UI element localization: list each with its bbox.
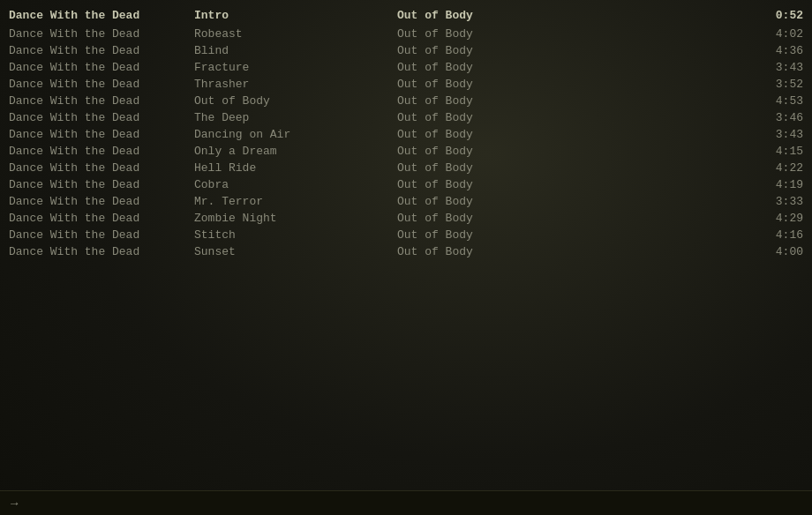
- track-duration: 3:43: [750, 128, 803, 141]
- track-artist: Dance With the Dead: [9, 228, 194, 242]
- track-duration: 4:22: [750, 161, 803, 175]
- track-album: Out of Body: [397, 228, 750, 242]
- track-title: Zombie Night: [194, 212, 397, 225]
- table-row[interactable]: Dance With the Dead Only a Dream Out of …: [0, 143, 812, 160]
- track-duration: 3:33: [750, 195, 803, 208]
- track-artist: Dance With the Dead: [9, 78, 194, 91]
- track-duration: 4:29: [750, 212, 803, 225]
- track-duration: 3:52: [750, 78, 803, 91]
- track-title: Only a Dream: [194, 145, 397, 158]
- track-title: Stitch: [194, 228, 397, 242]
- table-row[interactable]: Dance With the Dead Cobra Out of Body 4:…: [0, 176, 812, 193]
- track-duration: 4:02: [750, 27, 803, 41]
- track-artist: Dance With the Dead: [9, 27, 194, 41]
- track-artist: Dance With the Dead: [9, 44, 194, 57]
- table-row[interactable]: Dance With the Dead Thrasher Out of Body…: [0, 76, 812, 93]
- table-row[interactable]: Dance With the Dead Blind Out of Body 4:…: [0, 42, 812, 59]
- track-duration: 4:53: [750, 94, 803, 108]
- track-duration: 4:16: [750, 228, 803, 242]
- track-album: Out of Body: [397, 145, 750, 158]
- header-album: Out of Body: [397, 9, 750, 22]
- track-duration: 4:15: [750, 145, 803, 158]
- track-title: Dancing on Air: [194, 128, 397, 141]
- arrow-icon: →: [11, 496, 18, 511]
- track-artist: Dance With the Dead: [9, 178, 194, 191]
- track-album: Out of Body: [397, 61, 750, 74]
- table-row[interactable]: Dance With the Dead Dancing on Air Out o…: [0, 126, 812, 143]
- track-title: Sunset: [194, 245, 397, 258]
- track-album: Out of Body: [397, 161, 750, 175]
- track-artist: Dance With the Dead: [9, 94, 194, 108]
- track-album: Out of Body: [397, 195, 750, 208]
- track-artist: Dance With the Dead: [9, 195, 194, 208]
- table-row[interactable]: Dance With the Dead Sunset Out of Body 4…: [0, 243, 812, 260]
- track-artist: Dance With the Dead: [9, 212, 194, 225]
- track-artist: Dance With the Dead: [9, 128, 194, 141]
- track-artist: Dance With the Dead: [9, 145, 194, 158]
- header-title: Intro: [194, 9, 397, 22]
- track-title: Cobra: [194, 178, 397, 191]
- track-duration: 3:43: [750, 61, 803, 74]
- track-duration: 4:36: [750, 44, 803, 57]
- track-list: Dance With the Dead Intro Out of Body 0:…: [0, 0, 812, 267]
- track-artist: Dance With the Dead: [9, 111, 194, 124]
- track-title: Robeast: [194, 27, 397, 41]
- table-row[interactable]: Dance With the Dead Mr. Terror Out of Bo…: [0, 193, 812, 210]
- table-header: Dance With the Dead Intro Out of Body 0:…: [0, 7, 812, 24]
- track-album: Out of Body: [397, 111, 750, 124]
- track-artist: Dance With the Dead: [9, 61, 194, 74]
- track-title: Blind: [194, 44, 397, 57]
- table-row[interactable]: Dance With the Dead Fracture Out of Body…: [0, 59, 812, 76]
- track-album: Out of Body: [397, 212, 750, 225]
- track-title: The Deep: [194, 111, 397, 124]
- bottom-bar: →: [0, 490, 812, 515]
- track-album: Out of Body: [397, 178, 750, 191]
- table-row[interactable]: Dance With the Dead Out of Body Out of B…: [0, 93, 812, 109]
- track-title: Hell Ride: [194, 161, 397, 175]
- table-row[interactable]: Dance With the Dead Robeast Out of Body …: [0, 26, 812, 42]
- track-album: Out of Body: [397, 245, 750, 258]
- track-album: Out of Body: [397, 94, 750, 108]
- track-album: Out of Body: [397, 27, 750, 41]
- track-title: Mr. Terror: [194, 195, 397, 208]
- track-album: Out of Body: [397, 78, 750, 91]
- header-artist: Dance With the Dead: [9, 9, 194, 22]
- track-title: Fracture: [194, 61, 397, 74]
- table-row[interactable]: Dance With the Dead Zombie Night Out of …: [0, 210, 812, 227]
- header-duration: 0:52: [750, 9, 803, 22]
- table-row[interactable]: Dance With the Dead The Deep Out of Body…: [0, 109, 812, 126]
- table-row[interactable]: Dance With the Dead Stitch Out of Body 4…: [0, 227, 812, 243]
- track-duration: 4:00: [750, 245, 803, 258]
- track-artist: Dance With the Dead: [9, 245, 194, 258]
- track-album: Out of Body: [397, 128, 750, 141]
- track-duration: 3:46: [750, 111, 803, 124]
- table-row[interactable]: Dance With the Dead Hell Ride Out of Bod…: [0, 160, 812, 176]
- track-title: Out of Body: [194, 94, 397, 108]
- track-album: Out of Body: [397, 44, 750, 57]
- track-title: Thrasher: [194, 78, 397, 91]
- track-artist: Dance With the Dead: [9, 161, 194, 175]
- track-duration: 4:19: [750, 178, 803, 191]
